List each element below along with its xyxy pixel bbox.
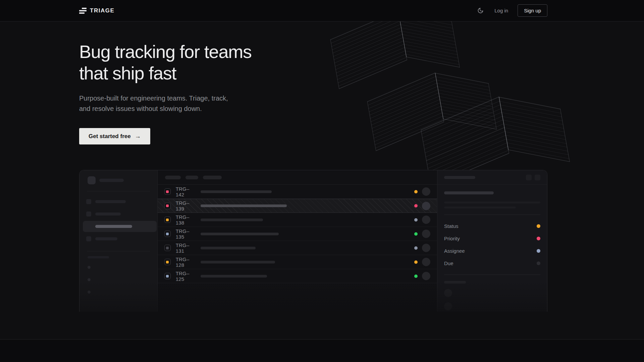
status-dot — [414, 190, 418, 193]
login-link[interactable]: Log in — [494, 8, 508, 13]
divider — [87, 251, 150, 251]
mockup-issue-list: TRG–142 TRG–139 TRG–138 — [158, 170, 437, 312]
status-dot — [414, 218, 418, 222]
signup-button[interactable]: Sign up — [518, 4, 547, 17]
comments-label-skeleton — [444, 281, 466, 284]
comment-avatars — [444, 289, 540, 310]
priority-value-dot — [537, 237, 540, 240]
issue-id: TRG–131 — [176, 242, 197, 254]
sidebar-item-1 — [83, 196, 157, 207]
issue-title-skeleton — [201, 247, 256, 249]
mockup-detail-panel: Status Priority Assignee Due — [437, 170, 547, 312]
issue-type-icon — [164, 231, 171, 237]
detail-text-skeleton — [444, 201, 540, 203]
sidebar-item-icon — [86, 199, 91, 204]
issue-row[interactable]: TRG–142 — [158, 185, 437, 199]
field-label: Priority — [444, 236, 460, 241]
issue-id: TRG–135 — [176, 228, 197, 240]
field-label: Due — [444, 260, 453, 266]
list-tab-skeleton — [185, 176, 198, 179]
moon-icon — [477, 7, 484, 14]
assignee-avatar — [422, 202, 430, 210]
detail-action-button[interactable] — [526, 175, 532, 180]
assignee-avatar — [422, 216, 430, 224]
list-header — [158, 170, 437, 185]
detail-header — [437, 170, 547, 185]
issue-title-skeleton — [201, 219, 263, 221]
get-started-button[interactable]: Get started free → — [79, 128, 150, 144]
workspace-name-skeleton — [99, 179, 124, 182]
detail-title-skeleton — [444, 191, 494, 194]
sidebar-item-skeleton — [95, 200, 126, 203]
issue-id: TRG–139 — [176, 200, 197, 212]
due-value-dot — [537, 261, 540, 265]
triage-logo-icon — [79, 8, 87, 14]
issue-type-icon — [164, 273, 171, 279]
issue-id: TRG–128 — [176, 256, 197, 268]
get-started-label: Get started free — [89, 133, 131, 140]
section-label-skeleton — [88, 256, 109, 258]
sidebar-item-4 — [83, 233, 157, 244]
theme-toggle-button[interactable] — [476, 6, 485, 15]
issue-type-icon — [164, 259, 171, 265]
hero-section: Bug tracking for teams that ship fast Pu… — [0, 21, 644, 340]
mockup-sidebar — [79, 170, 158, 312]
detail-field-assignee: Assignee — [444, 246, 540, 256]
comment-avatar — [444, 289, 452, 297]
field-label: Assignee — [444, 248, 465, 254]
status-dot — [414, 232, 418, 236]
hero-title-line2: that ship fast — [79, 63, 176, 83]
issue-type-icon — [164, 203, 171, 209]
sidebar-item-icon — [86, 224, 91, 229]
dot — [88, 291, 91, 294]
list-tab-skeleton — [203, 176, 222, 179]
dot — [88, 278, 91, 281]
divider — [444, 215, 540, 215]
arrow-right-icon: → — [135, 133, 141, 140]
issue-type-icon — [164, 188, 171, 195]
assignee-avatar — [422, 258, 430, 266]
issue-title-skeleton — [201, 233, 279, 235]
status-value-dot — [537, 224, 540, 228]
issue-row[interactable]: TRG–131 — [158, 241, 437, 255]
nav-actions: Log in Sign up — [476, 4, 547, 17]
top-navbar: TRIAGE Log in Sign up — [0, 0, 644, 21]
hero-subtitle: Purpose-built for engineering teams. Tri… — [79, 93, 240, 114]
brand-name: TRIAGE — [90, 7, 114, 14]
issue-row[interactable]: TRG–135 — [158, 227, 437, 241]
assignee-avatar — [422, 244, 430, 252]
issue-title-skeleton — [201, 204, 287, 207]
detail-body: Status Priority Assignee Due — [437, 185, 547, 312]
detail-field-status: Status — [444, 221, 540, 231]
detail-field-due: Due — [444, 258, 540, 268]
workspace-avatar — [88, 176, 96, 184]
hero-title: Bug tracking for teams that ship fast — [79, 41, 547, 84]
list-tab-skeleton — [165, 176, 181, 179]
status-dot — [414, 204, 418, 207]
sidebar-item-2 — [83, 208, 157, 220]
issue-type-icon — [164, 217, 171, 223]
issue-row[interactable]: TRG–138 — [158, 213, 437, 227]
issue-id: TRG–138 — [176, 214, 197, 226]
issue-id: TRG–142 — [176, 186, 197, 197]
status-dot — [414, 246, 418, 250]
hero-title-line1: Bug tracking for teams — [79, 42, 252, 62]
footer-band — [0, 340, 644, 362]
issue-id: TRG–125 — [176, 270, 197, 282]
issue-row-selected[interactable]: TRG–139 — [158, 199, 437, 213]
dot — [88, 266, 91, 269]
issue-row[interactable]: TRG–125 — [158, 269, 437, 283]
assignee-avatar — [422, 187, 430, 196]
sidebar-item-icon — [86, 236, 91, 241]
sidebar-item-icon — [86, 212, 91, 217]
brand[interactable]: TRIAGE — [79, 7, 114, 14]
assignee-avatar — [422, 230, 430, 238]
issue-row[interactable]: TRG–128 — [158, 255, 437, 269]
sidebar-item-3-active — [83, 221, 157, 232]
sidebar-dots — [88, 266, 153, 294]
mockup-workspace-row — [88, 176, 153, 184]
divider — [87, 191, 150, 191]
sidebar-item-skeleton — [95, 237, 117, 240]
detail-action-button[interactable] — [535, 175, 540, 180]
detail-header-skeleton — [444, 176, 475, 179]
